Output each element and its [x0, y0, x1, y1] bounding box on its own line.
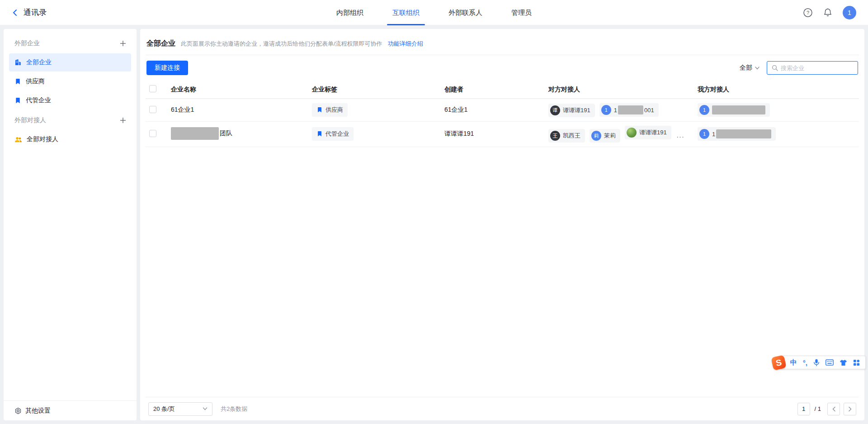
settings-gear-icon: [14, 407, 22, 414]
building-icon: [14, 59, 22, 66]
help-icon[interactable]: ?: [803, 8, 813, 18]
text: 61企业1: [171, 106, 194, 114]
contact-chip[interactable]: 11001: [599, 103, 659, 117]
sidebar-item-label: 全部对接人: [27, 135, 58, 143]
redacted-text: [171, 127, 219, 140]
chevron-down-icon: [755, 67, 760, 70]
select-all-checkbox[interactable]: [149, 85, 156, 92]
text: 团队: [220, 129, 232, 138]
virtual-keyboard-icon[interactable]: [826, 359, 834, 366]
divider: [146, 55, 859, 55]
sidebar-item-label: 代管企业: [26, 96, 51, 105]
header-checkbox-cell: [146, 82, 167, 99]
page-title: 通讯录: [24, 7, 47, 18]
total-count-text: 共2条数据: [221, 405, 247, 413]
redacted-text: [712, 105, 765, 114]
search-box[interactable]: [767, 61, 858, 75]
search-icon: [772, 65, 778, 71]
col-creator: 创建者: [441, 82, 545, 99]
bookmark-icon: [14, 97, 21, 104]
back-chevron-icon[interactable]: [12, 9, 18, 16]
company-name-cell: 团队: [167, 121, 308, 147]
sidebar-item-all-companies[interactable]: 全部企业: [9, 53, 131, 71]
topbar-actions: ? 1: [803, 6, 856, 19]
redacted-text: [618, 105, 643, 114]
back-navigation[interactable]: 通讯录: [12, 7, 47, 18]
sidebar-item-suppliers[interactable]: 供应商: [9, 72, 131, 91]
sidebar-item-label: 供应商: [26, 77, 45, 86]
contact-avatar: 莉: [591, 131, 601, 141]
text: 001: [644, 107, 654, 114]
people-icon: [14, 136, 22, 143]
table-row[interactable]: 团队代管企业谭谭谭191王凯西王莉茉莉谭谭谭191...11: [146, 121, 859, 147]
more-contacts-indicator[interactable]: ...: [677, 132, 685, 139]
contact-chip[interactable]: 王凯西王: [548, 129, 585, 143]
section-title: 外部对接人: [14, 116, 46, 124]
new-connection-button[interactable]: 新建连接: [146, 61, 188, 75]
contact-chip[interactable]: 莉茉莉: [590, 129, 620, 143]
table-row[interactable]: 61企业1供应商61企业1谭谭谭谭191110011: [146, 99, 859, 121]
row-checkbox[interactable]: [149, 106, 156, 113]
contact-chip[interactable]: 1: [698, 103, 770, 117]
current-page-box[interactable]: 1: [797, 403, 810, 415]
skin-outfit-icon[interactable]: [840, 359, 847, 366]
company-tag-chip: 供应商: [312, 103, 348, 117]
creator-cell: 谭谭谭191: [441, 121, 545, 147]
contact-chip[interactable]: 谭谭谭191: [625, 126, 671, 139]
company-name-cell: 61企业1: [167, 99, 308, 121]
filter-dropdown[interactable]: 全部: [740, 64, 760, 72]
add-company-group-icon[interactable]: [119, 40, 127, 47]
toolbar: 新建连接 全部: [146, 61, 859, 75]
toolbox-grid-icon[interactable]: [853, 359, 860, 366]
redacted-text: [716, 129, 771, 138]
col-my-contacts: 我方对接人: [694, 82, 859, 99]
content-title: 全部企业: [146, 39, 175, 48]
next-page-button[interactable]: [844, 403, 856, 415]
add-contact-group-icon[interactable]: [119, 117, 127, 124]
text: 凯西王: [563, 132, 580, 140]
sidebar-other-settings[interactable]: 其他设置: [4, 400, 137, 420]
sidebar-item-all-contacts[interactable]: 全部对接人: [9, 130, 131, 148]
bookmark-icon: [316, 131, 323, 137]
notification-bell-icon[interactable]: [823, 8, 833, 18]
user-avatar[interactable]: 1: [843, 6, 856, 19]
company-tag-cell: 供应商: [308, 99, 441, 121]
contact-avatar: 王: [550, 131, 560, 141]
ime-punctuation-toggle[interactable]: °,: [803, 359, 807, 367]
content-header: 全部企业 此页面展示你主动邀请的企业，邀请成功后给他们分配表单/流程权限即可协作…: [146, 29, 859, 55]
contact-avatar: 谭: [550, 105, 560, 115]
contact-chip[interactable]: 谭谭谭谭191: [548, 104, 595, 117]
table-header-row: 企业名称 企业标签 创建者 对方对接人 我方对接人: [146, 82, 859, 99]
tag-label: 供应商: [326, 106, 343, 114]
sidebar-item-managed-companies[interactable]: 代管企业: [9, 91, 131, 110]
sogou-logo-icon[interactable]: S: [771, 355, 786, 370]
row-checkbox[interactable]: [149, 130, 156, 137]
ime-language-toggle[interactable]: 中: [790, 358, 797, 367]
tag-label: 代管企业: [326, 130, 349, 138]
contact-avatar: [627, 128, 637, 138]
microphone-icon[interactable]: [813, 359, 820, 367]
topbar: 通讯录 内部组织 互联组织 外部联系人 管理员 ? 1: [0, 0, 868, 25]
svg-text:?: ?: [807, 10, 809, 15]
contact-chip[interactable]: 11: [698, 127, 776, 141]
partner-contacts-cell: 谭谭谭谭19111001: [545, 99, 694, 121]
pagination-bar: 20 条/页 共2条数据 1 / 1: [146, 397, 859, 420]
company-tag-chip: 代管企业: [312, 127, 354, 141]
page-size-select[interactable]: 20 条/页: [148, 402, 212, 416]
col-partner-contacts: 对方对接人: [545, 82, 694, 99]
prev-page-button[interactable]: [827, 403, 840, 415]
creator-cell: 61企业1: [441, 99, 545, 121]
filter-value: 全部: [740, 64, 752, 72]
search-input[interactable]: [781, 65, 853, 71]
text: 1: [712, 131, 715, 138]
tab-connected-org[interactable]: 互联组织: [392, 0, 420, 25]
text: 谭谭谭191: [563, 106, 590, 114]
sidebar-section-external-contacts: 外部对接人: [4, 110, 137, 130]
companies-table: 企业名称 企业标签 创建者 对方对接人 我方对接人 61企业1供应商61企业1谭…: [146, 82, 859, 397]
tab-admin[interactable]: 管理员: [511, 0, 532, 25]
page-size-value: 20 条/页: [153, 405, 175, 413]
feature-intro-link[interactable]: 功能详细介绍: [388, 40, 423, 48]
tab-external-contacts[interactable]: 外部联系人: [448, 0, 482, 25]
text: 茉莉: [604, 132, 616, 140]
tab-internal-org[interactable]: 内部组织: [336, 0, 363, 25]
